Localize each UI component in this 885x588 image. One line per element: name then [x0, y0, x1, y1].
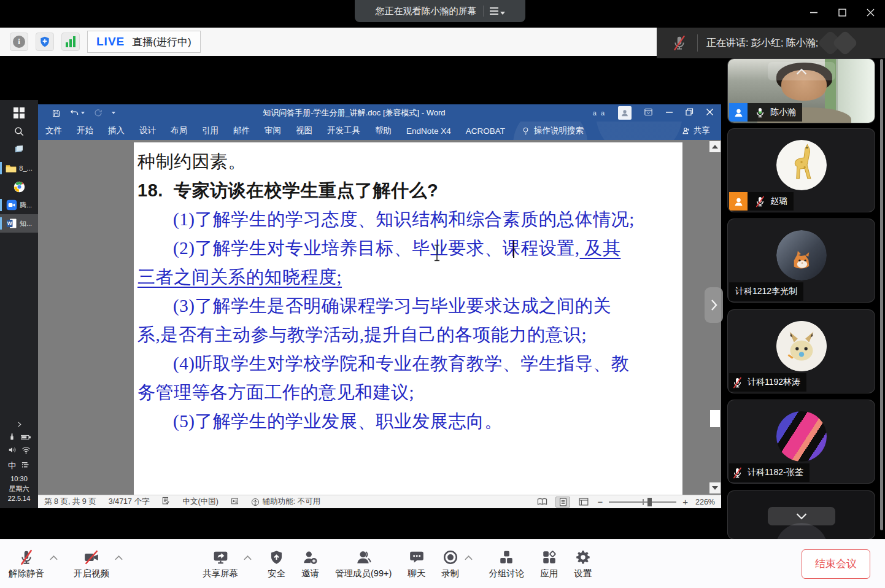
toolbar-breakout-button[interactable]: 分组讨论 — [489, 549, 524, 579]
task-view-button[interactable] — [0, 141, 38, 159]
word-close-icon[interactable] — [706, 107, 714, 118]
start-button[interactable] — [0, 104, 38, 122]
participants-scrollbar[interactable] — [880, 59, 883, 530]
taskbar-item-chrome[interactable] — [0, 177, 38, 196]
screen-watching-banner: 您正在观看陈小瀚的屏幕 — [355, 0, 525, 22]
speaker-icon[interactable] — [8, 446, 17, 457]
toolbar-record-button[interactable]: 录制 — [441, 549, 459, 579]
shield-protect-icon[interactable] — [36, 33, 54, 51]
record-icon — [442, 549, 459, 566]
shield-icon — [268, 549, 285, 566]
zoom-in-button[interactable]: + — [682, 499, 688, 505]
participant-tile[interactable]: 赵璐 — [728, 129, 875, 212]
macro-record-icon[interactable] — [231, 497, 239, 507]
chevron-up-icon[interactable] — [50, 555, 58, 560]
print-layout-icon[interactable] — [555, 497, 570, 508]
chevron-down-icon[interactable] — [768, 507, 835, 525]
zoom-out-button[interactable]: − — [597, 499, 603, 505]
scroll-up-button[interactable] — [709, 141, 721, 152]
participant-tile[interactable]: 计科1182-张荃 — [728, 400, 875, 483]
ribbon-tab-设计[interactable]: 设计 — [132, 122, 163, 140]
chevron-up-icon[interactable] — [768, 62, 835, 80]
network-signal-icon[interactable] — [61, 33, 80, 51]
chevron-up-icon[interactable] — [465, 555, 473, 560]
ribbon-tab-开始[interactable]: 开始 — [69, 122, 101, 140]
word-count[interactable]: 3/4717 个字 — [109, 497, 150, 507]
toolbar-shield-button[interactable]: 安全 — [268, 549, 285, 579]
word-restore-icon[interactable] — [686, 107, 694, 118]
participant-tile[interactable]: 计科1192林涛 — [728, 310, 875, 393]
ime-indicator[interactable]: 中 — [8, 460, 16, 471]
tray-expand-icon[interactable] — [16, 417, 23, 431]
tell-me-search[interactable]: 操作说明搜索 — [521, 125, 584, 136]
toolbar-button-label: 分组讨论 — [489, 568, 524, 579]
toolbar-screen-share-button[interactable]: 共享屏幕 — [203, 549, 238, 579]
participant-tile[interactable]: 陈小瀚 — [728, 59, 875, 123]
toolbar-camera-muted-button[interactable]: 开启视频 — [74, 549, 109, 579]
participant-tile-more[interactable] — [728, 491, 875, 539]
taskbar-search-button[interactable] — [0, 122, 38, 141]
chevron-up-icon[interactable] — [244, 555, 252, 560]
undo-button[interactable] — [69, 109, 85, 118]
scroll-down-button[interactable] — [709, 482, 721, 493]
ribbon-tab-帮助[interactable]: 帮助 — [368, 122, 399, 140]
toolbar-button-label: 应用 — [540, 568, 558, 579]
toolbar-button-label: 共享屏幕 — [203, 568, 238, 579]
word-titlebar: 知识问答手册-学生分册_讲解.doc [兼容模式] - Word a a — [38, 104, 721, 122]
zoom-slider[interactable] — [609, 501, 676, 503]
ribbon-tab-file[interactable]: 文件 — [38, 122, 69, 140]
ribbon-tab-插入[interactable]: 插入 — [101, 122, 132, 140]
participant-label: 赵璐 — [729, 192, 794, 211]
read-mode-icon[interactable] — [535, 497, 549, 508]
participant-role-badge-icon — [729, 192, 748, 211]
battery-icon[interactable] — [21, 432, 31, 443]
page-indicator[interactable]: 第 8 页, 共 9 页 — [44, 497, 96, 507]
toolbar-settings-button[interactable]: 设置 — [574, 549, 592, 579]
end-meeting-button[interactable]: 结束会议 — [802, 549, 870, 579]
proofing-icon[interactable] — [161, 497, 170, 507]
maximize-icon[interactable] — [837, 7, 847, 17]
taskbar-item-tencent-meeting[interactable]: 腾... — [0, 196, 38, 214]
participant-tile[interactable]: 计科1212李光制 — [728, 219, 875, 302]
ribbon-tab-审阅[interactable]: 审阅 — [257, 122, 288, 140]
banner-menu-icon[interactable] — [490, 7, 505, 15]
toolbar-apps-button[interactable]: 应用 — [540, 549, 558, 579]
usb-icon[interactable] — [8, 432, 16, 443]
redo-button[interactable] — [93, 109, 103, 118]
document-canvas[interactable]: 种制约因素。18. 专家访谈在校学生重点了解什么?(1)了解学生的学习态度、知识… — [38, 140, 721, 495]
svg-text:W: W — [7, 221, 12, 226]
chevron-up-icon[interactable] — [115, 555, 123, 560]
ribbon-display-options-icon[interactable] — [644, 107, 653, 119]
toolbar-invite-button[interactable]: 邀请 — [301, 549, 319, 579]
scrollbar-thumb[interactable] — [710, 410, 720, 427]
ribbon-tab-视图[interactable]: 视图 — [288, 122, 320, 140]
taskbar-item-folder[interactable]: 8_... — [0, 159, 38, 177]
ribbon-tab-endnote-x4[interactable]: EndNote X4 — [399, 122, 458, 140]
ribbon-tab-acrobat[interactable]: ACROBAT — [458, 122, 512, 140]
ime-menu-icon[interactable] — [21, 460, 30, 472]
save-button[interactable] — [52, 109, 61, 118]
toolbar-members-button[interactable]: 管理成员(99+) — [335, 549, 392, 579]
account-avatar[interactable] — [618, 106, 632, 120]
zoom-level[interactable]: 226% — [694, 498, 715, 506]
ribbon-tab-邮件[interactable]: 邮件 — [226, 122, 257, 140]
close-icon[interactable] — [865, 7, 875, 17]
toolbar-mic-muted-button[interactable]: 解除静音 — [9, 549, 44, 579]
wifi-icon[interactable] — [21, 446, 31, 457]
word-minimize-icon[interactable] — [665, 107, 673, 118]
sidebar-collapse-handle[interactable] — [705, 287, 723, 323]
meeting-info-icon[interactable]: i — [10, 33, 28, 51]
accessibility-status[interactable]: 辅助功能: 不可用 — [251, 497, 320, 507]
tray-clock[interactable]: 10:30 星期六 22.5.14 — [8, 474, 31, 503]
zoom-slider-thumb[interactable] — [647, 498, 652, 506]
toolbar-button-label: 邀请 — [301, 568, 319, 579]
toolbar-chat-button[interactable]: 聊天 — [408, 549, 425, 579]
minimize-icon[interactable] — [809, 7, 819, 17]
ribbon-tab-开发工具[interactable]: 开发工具 — [320, 122, 368, 140]
ribbon-tab-布局[interactable]: 布局 — [163, 122, 195, 140]
ribbon-tab-引用[interactable]: 引用 — [195, 122, 226, 140]
web-layout-icon[interactable] — [576, 497, 591, 508]
share-button[interactable]: 共享 — [682, 125, 710, 136]
language-indicator[interactable]: 中文(中国) — [182, 497, 218, 507]
taskbar-item-word[interactable]: W 知... — [0, 214, 38, 233]
